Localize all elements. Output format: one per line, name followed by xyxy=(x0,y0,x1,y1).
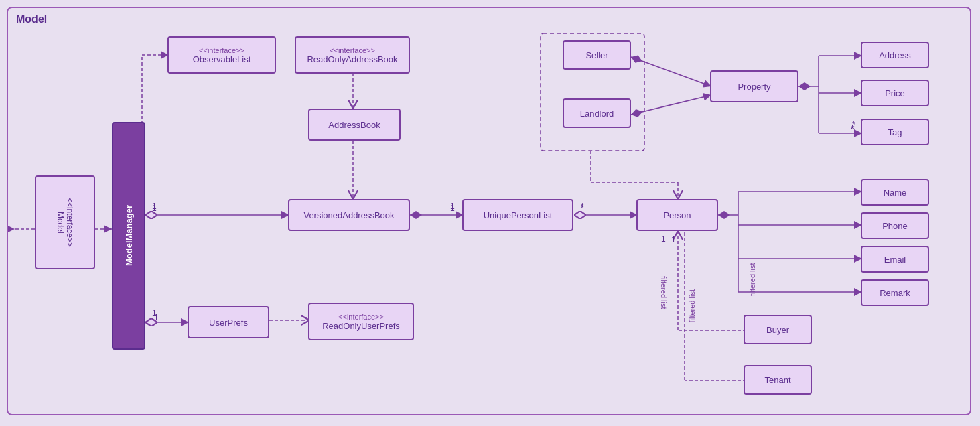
tag-multiplicity: * xyxy=(851,123,854,134)
box-phone: Phone xyxy=(861,212,929,239)
box-person: Person xyxy=(636,199,718,231)
box-model-manager: ModelManager xyxy=(112,122,145,350)
versioned-ab-multiplicity: 1 xyxy=(152,204,157,213)
filtered-list-multiplicity: 1 xyxy=(661,234,666,244)
svg-text:filtered list: filtered list xyxy=(660,276,668,309)
box-property: Property xyxy=(710,70,798,102)
box-remark: Remark xyxy=(861,279,929,306)
box-landlord: Landlord xyxy=(563,98,631,128)
box-seller: Seller xyxy=(563,40,631,70)
box-addressbook: AddressBook xyxy=(308,109,401,141)
box-name: Name xyxy=(861,179,929,206)
svg-line-33 xyxy=(631,95,711,115)
box-buyer: Buyer xyxy=(744,315,812,344)
box-tenant: Tenant xyxy=(744,365,812,395)
userprefs-multiplicity: 1 xyxy=(154,313,159,322)
box-readonly-userprefs: <<interface>> ReadOnlyUserPrefs xyxy=(308,303,414,340)
box-userprefs: UserPrefs xyxy=(188,306,269,338)
box-tag: Tag xyxy=(861,119,929,145)
box-readonly-addressbook: <<interface>> ReadOnlyAddressBook xyxy=(295,36,410,74)
box-model-interface: <<interface>>Model xyxy=(35,175,95,269)
filtered-list-label: filtered list xyxy=(688,289,696,323)
box-observable-list: <<interface>> ObservableList xyxy=(167,36,276,74)
unique-list-multiplicity: 1 xyxy=(450,204,455,213)
diagram-title: Model xyxy=(16,13,47,25)
box-address: Address xyxy=(861,42,929,68)
box-unique-person-list: UniquePersonList xyxy=(462,199,573,231)
box-price: Price xyxy=(861,80,929,106)
box-versioned-addressbook: VersionedAddressBook xyxy=(288,199,410,231)
svg-text:1: 1 xyxy=(671,235,676,244)
box-email: Email xyxy=(861,246,929,273)
svg-line-32 xyxy=(631,57,711,86)
diagram-container: Model xyxy=(7,7,971,415)
svg-text:filtered list: filtered list xyxy=(748,263,756,296)
person-multiplicity: * xyxy=(581,204,584,213)
